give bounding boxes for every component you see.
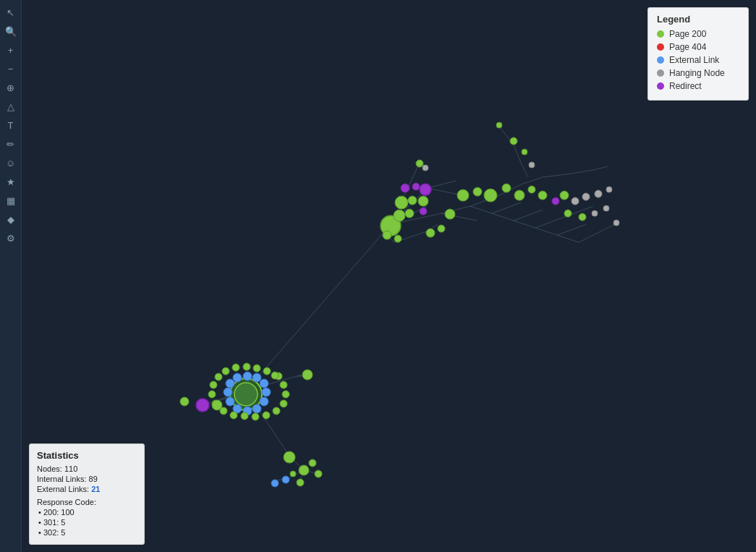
svg-line-15 [535, 217, 564, 228]
legend-panel: Legend Page 200 Page 404 External Link H… [647, 7, 749, 101]
svg-point-75 [215, 373, 222, 381]
svg-line-0 [246, 224, 391, 391]
legend-dot-hanging [657, 69, 664, 77]
svg-point-98 [383, 231, 391, 239]
svg-point-126 [299, 465, 309, 475]
sun-tool[interactable]: ★ [2, 173, 20, 190]
zoom-out-tool[interactable]: − [2, 60, 20, 77]
legend-title: Legend [657, 14, 739, 25]
svg-point-102 [445, 209, 455, 219]
svg-point-103 [457, 190, 469, 201]
svg-point-128 [297, 479, 304, 486]
svg-point-51 [262, 388, 271, 396]
svg-point-110 [552, 198, 559, 205]
svg-point-129 [282, 476, 289, 483]
text-tool[interactable]: T [2, 116, 20, 134]
legend-dot-redirect [657, 82, 664, 90]
legend-label-external: External Link [669, 55, 719, 65]
svg-line-12 [492, 213, 514, 221]
svg-point-113 [582, 193, 590, 200]
svg-point-120 [564, 210, 572, 217]
search-tool[interactable]: 🔍 [2, 22, 20, 40]
svg-point-131 [290, 471, 296, 477]
svg-line-24 [543, 174, 572, 177]
svg-point-73 [208, 391, 216, 398]
svg-point-64 [282, 391, 289, 398]
svg-point-83 [196, 399, 209, 412]
svg-point-106 [502, 184, 511, 192]
svg-line-28 [514, 145, 521, 163]
svg-point-95 [394, 210, 405, 221]
svg-point-130 [271, 480, 279, 487]
svg-point-84 [180, 397, 189, 406]
pen-tool[interactable]: ✏ [2, 135, 20, 153]
svg-point-116 [510, 137, 517, 145]
svg-point-121 [579, 213, 586, 221]
triangle-tool[interactable]: △ [2, 98, 20, 115]
move-tool[interactable]: ⊕ [2, 79, 20, 96]
svg-point-68 [252, 413, 259, 420]
svg-line-16 [535, 228, 557, 235]
stats-external-links-label: External Links: [37, 485, 91, 493]
statistics-panel: Statistics Nodes: 110 Internal Links: 89… [29, 443, 145, 545]
svg-point-96 [405, 209, 414, 218]
svg-point-92 [395, 196, 408, 209]
pointer-tool[interactable]: ↖ [2, 4, 20, 21]
svg-point-69 [241, 412, 248, 420]
svg-point-53 [252, 404, 261, 413]
svg-point-57 [224, 388, 232, 396]
svg-line-20 [579, 232, 600, 242]
svg-point-132 [309, 459, 316, 467]
response-code-title: Response Code: [37, 498, 137, 506]
svg-point-94 [418, 196, 428, 206]
svg-point-112 [572, 198, 579, 205]
svg-point-74 [210, 381, 217, 388]
legend-dot-external [657, 56, 664, 64]
response-item-200: • 200: 100 [38, 508, 137, 517]
svg-point-70 [230, 412, 237, 419]
response-code-section: Response Code: • 200: 100 • 301: 5 • 302… [37, 498, 137, 537]
svg-point-124 [613, 220, 619, 226]
zoom-in-tool[interactable]: + [2, 41, 20, 59]
svg-point-114 [595, 190, 602, 198]
stats-external-links-value: 21 [91, 485, 100, 493]
svg-line-10 [470, 206, 492, 213]
svg-line-23 [521, 177, 543, 184]
stats-title: Statistics [37, 450, 137, 461]
settings-tool[interactable]: ⚙ [2, 229, 20, 247]
svg-line-13 [514, 210, 543, 221]
svg-point-89 [401, 184, 409, 192]
svg-point-118 [529, 162, 535, 168]
svg-point-50 [260, 379, 268, 388]
svg-point-117 [522, 149, 527, 155]
face-tool[interactable]: ☺ [2, 154, 20, 171]
svg-point-125 [284, 451, 295, 463]
svg-point-81 [271, 372, 279, 379]
svg-point-91 [420, 184, 431, 195]
svg-point-56 [226, 397, 234, 406]
response-item-302: • 302: 5 [38, 528, 137, 537]
stats-external-links: External Links: 21 [37, 485, 137, 493]
legend-label-hanging: Hanging Node [669, 68, 725, 78]
legend-label-redirect: Redirect [669, 81, 702, 91]
legend-dot-200 [657, 30, 664, 38]
svg-point-127 [315, 470, 322, 477]
diamond-tool[interactable]: ◆ [2, 211, 20, 228]
svg-point-58 [226, 379, 234, 388]
legend-item-redirect: Redirect [657, 81, 739, 91]
svg-point-79 [253, 365, 260, 372]
svg-point-93 [408, 196, 417, 205]
svg-line-21 [600, 224, 615, 232]
svg-point-78 [243, 363, 250, 370]
svg-point-52 [260, 397, 268, 406]
svg-point-109 [538, 191, 547, 200]
stats-nodes: Nodes: 110 [37, 464, 137, 473]
svg-line-26 [593, 166, 608, 170]
svg-line-29 [521, 163, 528, 177]
svg-point-60 [243, 372, 252, 381]
svg-point-87 [416, 160, 423, 167]
grid-tool[interactable]: ▦ [2, 192, 20, 209]
legend-item-404: Page 404 [657, 42, 739, 52]
svg-point-66 [273, 407, 280, 415]
svg-point-99 [394, 235, 402, 242]
